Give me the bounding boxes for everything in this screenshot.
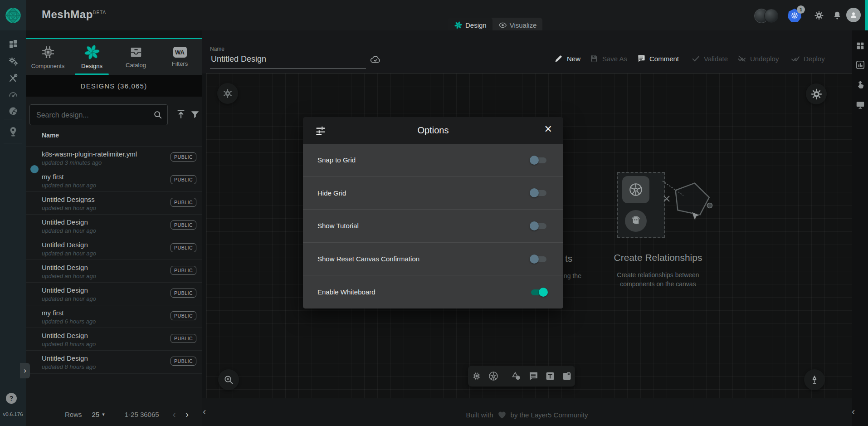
- add-component-icon[interactable]: [471, 371, 482, 382]
- rail-divider: [4, 119, 22, 119]
- squid-icon: [629, 214, 643, 228]
- filter-funnel-icon[interactable]: [190, 109, 200, 119]
- hide-grid-toggle[interactable]: [530, 188, 548, 197]
- expand-panel-tab[interactable]: ›: [20, 363, 30, 378]
- design-list-row[interactable]: Untitled Design updated 8 hours ago PUBL…: [26, 328, 202, 351]
- snap-to-grid-toggle[interactable]: [530, 156, 548, 165]
- components-grid-icon[interactable]: [855, 41, 865, 51]
- design-name-input[interactable]: [210, 54, 368, 64]
- save-as-button[interactable]: Save As: [590, 54, 627, 63]
- tab-components[interactable]: Components: [26, 39, 70, 75]
- design-list-row[interactable]: Untitled Design updated an hour ago PUBL…: [26, 237, 202, 260]
- page-size-value[interactable]: 25: [92, 411, 100, 418]
- kubernetes-tool-icon[interactable]: [488, 371, 499, 382]
- app-title: MeshMapBETA: [42, 8, 106, 21]
- zoom-in-button[interactable]: [218, 369, 239, 390]
- canvas-config-button[interactable]: [217, 83, 238, 104]
- visibility-badge: PUBLIC: [171, 220, 196, 230]
- options-modal-body: Snap to Grid Hide Grid Show Tutorial Sho…: [303, 144, 563, 308]
- new-design-button[interactable]: New: [554, 54, 580, 63]
- collaborator-avatar[interactable]: [764, 9, 779, 23]
- design-list-row[interactable]: Untitled Design updated 8 hours ago PUBL…: [26, 350, 202, 374]
- onboarding-kubernetes-tile: [622, 176, 649, 203]
- performance-gauge-icon[interactable]: [8, 89, 19, 100]
- option-row-show-reset-confirmation: Show Reset Canvas Confirmation: [303, 243, 563, 276]
- page-size-caret-icon[interactable]: ▾: [102, 411, 105, 417]
- comment-button[interactable]: Comment: [637, 54, 679, 63]
- context-count-badge: 1: [797, 5, 805, 14]
- comment-tool-icon[interactable]: [528, 371, 539, 382]
- kubernetes-wheel-icon: [628, 181, 644, 198]
- page-range: 1-25 36065: [125, 411, 159, 418]
- check-icon: [691, 54, 700, 63]
- design-list-row[interactable]: Untitled Design updated an hour ago PUBL…: [26, 214, 202, 237]
- option-row-show-tutorial: Show Tutorial: [303, 210, 563, 243]
- tab-designs[interactable]: Designs: [70, 39, 114, 75]
- design-list-row[interactable]: Untitled Design updated an hour ago PUBL…: [26, 260, 202, 283]
- display-monitor-icon[interactable]: [855, 100, 865, 110]
- deploy-button[interactable]: Deploy: [791, 54, 825, 63]
- undeploy-button[interactable]: Undeploy: [737, 54, 779, 63]
- wasm-filters-icon: WA: [173, 47, 187, 58]
- design-list-row[interactable]: k8s-wasm-plugin-ratelimiter.yml updated …: [26, 146, 202, 169]
- search-input[interactable]: [35, 105, 151, 126]
- name-input-underline: [210, 69, 366, 69]
- shapes-tool-icon[interactable]: [511, 371, 522, 382]
- footer-credit: Built with by the Layer5 Community: [202, 410, 852, 420]
- options-modal-header: Options ✕: [303, 117, 563, 144]
- tab-filters[interactable]: WA Filters: [158, 39, 202, 75]
- meshmap-pin-icon[interactable]: [8, 126, 19, 137]
- canvas-options-button[interactable]: [806, 83, 827, 104]
- interaction-hand-icon[interactable]: [855, 80, 865, 90]
- app-version: v0.6.176: [0, 411, 26, 417]
- prev-page-button[interactable]: ‹: [173, 409, 176, 420]
- tab-catalog[interactable]: Catalog: [114, 39, 158, 75]
- gear-icon: [810, 88, 823, 100]
- lifecycle-gears-icon[interactable]: [8, 56, 19, 67]
- validate-button[interactable]: Validate: [691, 54, 728, 63]
- chart-panel-icon[interactable]: [855, 60, 865, 70]
- designs-section-title: DESIGNS (36,065): [26, 75, 202, 97]
- design-toolbar-strip: [202, 30, 852, 73]
- meshery-logo[interactable]: [0, 0, 26, 30]
- rows-label: Rows: [65, 411, 82, 418]
- show-reset-canvas-confirmation-toggle[interactable]: [530, 255, 548, 264]
- pen-tool-button[interactable]: [804, 369, 825, 390]
- visibility-badge: PUBLIC: [171, 311, 196, 320]
- text-tool-icon[interactable]: [545, 371, 556, 382]
- kubernetes-wheel-icon: [790, 11, 799, 20]
- extensions-mesh-icon[interactable]: [8, 106, 19, 117]
- collapse-right-panel-chevron[interactable]: ‹: [852, 406, 855, 418]
- designs-panel: Components Designs: [26, 30, 202, 426]
- help-button[interactable]: ?: [6, 393, 17, 404]
- search-icon[interactable]: [153, 110, 163, 120]
- design-list-row[interactable]: my first updated an hour ago PUBLIC: [26, 169, 202, 192]
- design-list-row[interactable]: Untitled Design updated an hour ago PUBL…: [26, 282, 202, 305]
- meshery-logo-icon: [4, 6, 22, 24]
- visibility-badge: PUBLIC: [171, 198, 196, 207]
- options-modal-title: Options: [303, 125, 563, 136]
- heart-icon: [497, 410, 507, 420]
- media-tool-icon[interactable]: [561, 371, 572, 382]
- visibility-badge: PUBLIC: [171, 175, 196, 184]
- design-list-row[interactable]: my first updated 6 hours ago PUBLIC: [26, 305, 202, 328]
- designs-spiral-icon: [84, 44, 100, 60]
- settings-gear-icon[interactable]: [814, 10, 824, 20]
- enable-whiteboard-toggle[interactable]: [530, 288, 548, 297]
- upload-design-icon[interactable]: [176, 108, 186, 119]
- configuration-tools-icon[interactable]: [8, 73, 19, 83]
- user-avatar[interactable]: [846, 8, 861, 22]
- occluded-card-desc-fragment: ng the: [564, 272, 581, 279]
- onboarding-components-group: [617, 172, 665, 238]
- show-tutorial-toggle[interactable]: [530, 221, 548, 230]
- design-list-row[interactable]: Untitled Designss updated an hour ago PU…: [26, 191, 202, 215]
- notifications-bell-icon[interactable]: [832, 10, 842, 20]
- close-icon[interactable]: ✕: [544, 124, 552, 134]
- save-floppy-icon: [590, 54, 599, 63]
- next-page-button[interactable]: ›: [185, 409, 189, 420]
- occluded-card-title-fragment: ts: [565, 253, 572, 264]
- dashboard-icon[interactable]: [8, 39, 19, 49]
- undeploy-icon: [737, 54, 746, 63]
- pencil-icon: [554, 54, 563, 63]
- person-icon: [849, 10, 858, 20]
